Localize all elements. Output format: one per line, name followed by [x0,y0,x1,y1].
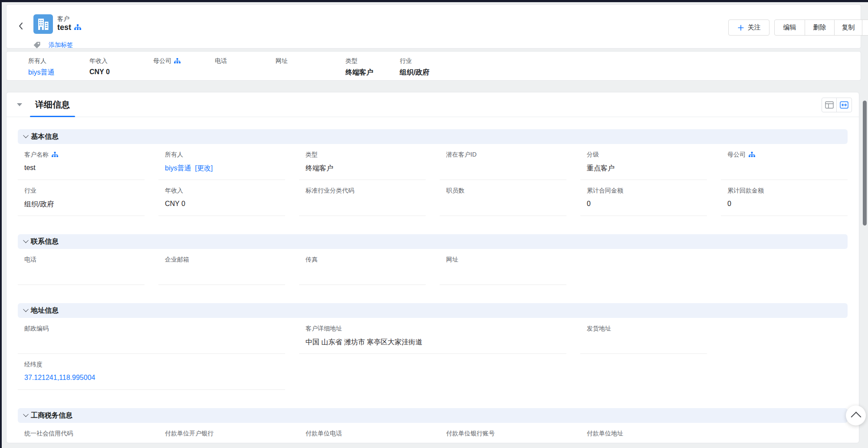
panel-layout-tools [822,98,852,112]
chevron-down-icon [23,411,29,417]
window-left-edge [0,0,2,448]
field-coordinates: 经纬度 37.121241,118.995004 [18,354,285,390]
field-shipping-address: 发货地址 [580,318,707,354]
summary-field-phone: 电话 [215,57,276,77]
address-info-row-1: 邮政编码 客户详细地址 中国 山东省 潍坊市 寒亭区大家洼街道 发货地址 [18,318,848,354]
field-website: 网址 [440,249,566,285]
summary-field-owner: 所有人 biys普通 [28,57,89,77]
change-owner-link[interactable]: [更改] [195,164,213,172]
summary-field-annual-revenue: 年收入 CNY 0 [89,57,153,77]
detail-tab-bar: 详细信息 [7,92,859,117]
record-actions-group: 编辑 删除 复制 [774,20,868,36]
scroll-to-top-button[interactable] [846,405,866,425]
field-value: test [24,164,145,180]
field-payer-bank-account: 付款单位银行账号 [440,423,566,443]
delete-button[interactable]: 删除 [805,20,835,35]
section-header-address-info[interactable]: 地址信息 [18,303,848,318]
field-total-payment-amount: 累计回款金额 0 [721,180,848,216]
back-button[interactable] [16,20,26,32]
full-width-button[interactable] [837,98,852,112]
owner-link[interactable]: biys普通 [165,164,191,172]
vertical-scrollbar[interactable] [863,101,867,226]
entity-name: test [57,23,71,32]
record-header-card: 客户 test 添加标签 关注 编辑 删除 复制 [6,4,861,49]
chevron-down-icon [23,237,29,243]
field-sic-code: 标准行业分类代码 [299,180,426,216]
field-detailed-address: 客户详细地址 中国 山东省 潍坊市 寒亭区大家洼街道 [299,318,566,354]
more-actions-button[interactable] [862,20,868,35]
chevron-down-icon [23,306,29,312]
tab-detail-info[interactable]: 详细信息 [30,92,75,117]
app-viewport: 客户 test 添加标签 关注 编辑 删除 复制 [0,0,868,448]
section-header-basic-info[interactable]: 基本信息 [18,129,848,144]
edit-button[interactable]: 编辑 [775,20,805,35]
section-header-tax-info[interactable]: 工商税务信息 [18,408,848,423]
field-owner: 所有人 biys普通 [更改] [158,144,285,180]
field-postal-code: 邮政编码 [18,318,285,354]
chevron-down-icon [23,132,29,138]
field-payer-phone: 付款单位电话 [299,423,426,443]
field-lead-id: 潜在客户ID [440,144,566,180]
field-industry: 行业 组织/政府 [18,180,145,216]
company-icon [33,14,53,34]
field-payer-bank: 付款单位开户银行 [158,423,285,443]
layout-icon [825,101,834,109]
summary-field-parent-company: 母公司 [153,57,215,77]
window-top-edge [0,0,868,2]
add-tag-link[interactable]: 添加标签 [49,41,73,49]
field-total-contract-amount: 累计合同金额 0 [580,180,707,216]
org-chart-icon[interactable] [749,152,755,158]
chevron-left-icon [18,22,23,30]
contact-info-row: 电话 企业邮箱 传真 网址 [18,249,848,285]
summary-field-website: 网址 [276,57,345,77]
basic-info-row-2: 行业 组织/政府 年收入 CNY 0 标准行业分类代码 职员数 累计合同金额 [18,180,848,216]
summary-field-industry: 行业 组织/政府 [400,57,429,77]
field-type: 类型 终端客户 [299,144,426,180]
layout-view-button[interactable] [822,98,837,112]
field-fax: 传真 [299,249,426,285]
plus-icon [737,24,744,31]
copy-button[interactable]: 复制 [835,20,862,35]
coordinates-link[interactable]: 37.121241,118.995004 [24,374,95,381]
org-chart-icon[interactable] [52,152,58,158]
address-info-row-2: 经纬度 37.121241,118.995004 [18,354,848,390]
basic-info-row-1: 客户名称 test 所有人 biys普通 [更改] 类型 终端 [18,144,848,180]
field-customer-name: 客户名称 test [18,144,145,180]
arrows-horizontal-icon [840,101,848,109]
follow-button[interactable]: 关注 [728,20,769,36]
field-phone: 电话 [18,249,145,285]
section-header-contact-info[interactable]: 联系信息 [18,234,848,249]
entity-type-label: 客户 [57,15,69,23]
field-employees: 职员数 [440,180,566,216]
tag-icon [33,41,41,49]
field-parent-company: 母公司 [721,144,848,180]
org-chart-icon[interactable] [74,24,81,31]
tax-info-row: 统一社会信用代码 付款单位开户银行 付款单位电话 付款单位银行账号 付款单位地址 [18,423,848,443]
field-credit-code: 统一社会信用代码 [18,423,145,443]
collapse-panel-icon[interactable] [17,103,22,106]
summary-field-type: 类型 终端客户 [345,57,400,77]
field-rating: 分级 重点客户 [580,144,707,180]
field-payer-address: 付款单位地址 [580,423,707,443]
field-company-email: 企业邮箱 [158,249,285,285]
field-annual-revenue: 年收入 CNY 0 [158,180,285,216]
org-chart-icon[interactable] [174,58,181,64]
follow-button-label: 关注 [748,23,761,32]
detail-panel: 详细信息 [6,92,859,443]
summary-bar: 所有人 biys普通 年收入 CNY 0 母公司 电话 [6,51,861,81]
chevron-up-icon [851,412,861,422]
owner-link[interactable]: biys普通 [28,69,54,76]
